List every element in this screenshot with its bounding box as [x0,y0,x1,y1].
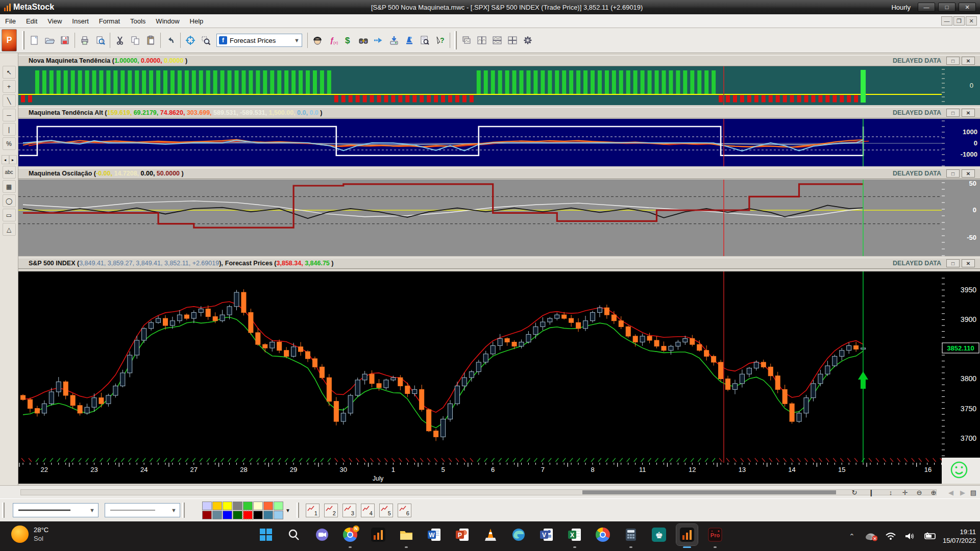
taskbar-chess-icon[interactable]: ♚ [648,524,670,545]
percent-tool-icon[interactable]: % [3,137,16,150]
child-minimize-button[interactable]: — [941,16,952,26]
taskbar-powerpoint-icon[interactable]: P [452,524,473,545]
options-gear-icon[interactable] [521,33,535,48]
crosshair-tool-icon[interactable]: + [3,80,16,93]
layout-template-2-button[interactable]: 2 [324,504,338,517]
yaxis-tendencia[interactable]: 0 [942,66,980,105]
enhanced-system-tester-icon[interactable] [402,33,416,48]
taskbar-file-explorer-icon[interactable] [396,524,417,545]
menu-tools[interactable]: Tools [125,15,151,27]
onedrive-error-icon[interactable]: ✕ [865,530,877,542]
toolbar-grip[interactable] [297,503,299,518]
menu-help[interactable]: Help [185,15,209,27]
cut-icon[interactable] [113,33,127,48]
layout-template-6-button[interactable]: 6 [398,504,411,517]
color-swatch[interactable] [223,511,232,519]
line-style-select[interactable]: ▼ [13,503,99,517]
menu-format[interactable]: Format [94,15,125,27]
single-bar-icon[interactable]: ❙ [865,487,877,498]
chart-panel-oscilacao[interactable] [18,180,942,256]
color-swatch[interactable] [274,511,283,519]
ellipse-tool-icon[interactable]: ◯ [3,194,16,207]
indicator-quicklist-select[interactable]: fForecast Prices▼ [216,34,302,47]
explorer-binoculars-icon[interactable] [356,33,371,48]
panel-restore-button[interactable]: □ [946,57,960,65]
color-swatch[interactable] [202,511,212,519]
context-help-icon[interactable]: ? [433,33,447,48]
color-swatch[interactable] [263,511,273,519]
panel-restore-button[interactable]: □ [946,259,960,267]
taskbar-start-icon[interactable] [255,524,277,545]
panel-close-button[interactable]: ✕ [962,169,975,178]
taskbar-calculator-icon[interactable] [620,524,642,545]
minimize-button[interactable]: — [918,3,935,12]
horizontal-scrollbar[interactable] [20,489,937,495]
panel-close-button[interactable]: ✕ [962,57,975,65]
color-swatch[interactable] [212,502,222,510]
zoom-box-icon[interactable] [199,33,213,48]
text-tool-icon[interactable]: abc [3,166,16,179]
taskbar-edge-icon[interactable] [508,524,529,545]
x-axis[interactable]: 2223242728293015678111213141516 [18,458,942,473]
menu-file[interactable]: File [0,15,21,27]
child-restore-button[interactable]: ❐ [953,16,965,26]
tile-horizontal-icon[interactable] [490,33,504,48]
save-chart-icon[interactable] [58,33,72,48]
color-swatch[interactable] [243,511,253,519]
power-console-button[interactable]: P [2,29,17,52]
taskbar-metastock-pro-icon[interactable]: Pro [704,524,726,545]
crosshair-icon[interactable] [183,33,198,48]
taskbar-word-icon[interactable]: W [424,524,445,545]
palette-dropdown-icon[interactable]: ▼ [285,508,290,513]
panel-restore-button[interactable]: □ [946,109,960,117]
horizontal-line-tool-icon[interactable]: ─ [3,109,16,121]
taskbar-chrome-2-icon[interactable] [592,524,614,545]
toolbar-grip[interactable] [2,503,5,518]
layout-template-5-button[interactable]: 5 [379,504,393,517]
scroll-right-icon[interactable]: ▸ [9,155,17,164]
panel-close-button[interactable]: ✕ [962,109,975,117]
menu-view[interactable]: View [42,15,67,27]
color-swatch[interactable] [233,511,242,519]
menu-window[interactable]: Window [151,15,184,27]
line-weight-select[interactable]: ▼ [105,503,180,517]
report-icon[interactable] [418,33,432,48]
color-swatch[interactable] [274,502,283,510]
toolbar-grip[interactable] [22,31,24,49]
toolbar-grip[interactable] [454,31,457,49]
zoom-out-icon[interactable]: ⊖ [913,487,925,498]
tile-vertical-icon[interactable] [475,33,489,48]
tray-chevron-up-icon[interactable]: ⌃ [846,530,858,542]
chart-panel-price[interactable] [18,271,942,458]
layout-template-3-button[interactable]: 3 [342,504,356,517]
vertical-line-tool-icon[interactable]: | [3,123,16,136]
maximize-button[interactable]: □ [938,3,955,12]
color-swatch[interactable] [233,502,242,510]
layout-template-4-button[interactable]: 4 [361,504,375,517]
pointer-tool-icon[interactable]: ↖ [3,66,16,79]
panel-restore-button[interactable]: □ [946,169,960,178]
panel-header-tendencia-alt[interactable]: Maquineta Tendência Alt (159.619, 69.217… [18,107,980,118]
copy-icon[interactable] [128,33,142,48]
open-chart-icon[interactable] [42,33,57,48]
grid-tool-icon[interactable]: ▦ [3,180,16,193]
taskbar-search-icon[interactable] [283,524,305,545]
page-back-icon[interactable]: ◀ [945,487,957,498]
taskbar-metastock-icon[interactable] [368,524,389,545]
weather-widget[interactable]: 28°C Sol [11,525,48,543]
tile-grid-icon[interactable] [505,33,520,48]
scrollbar-thumb[interactable] [582,490,836,494]
taskbar-teams-icon[interactable] [311,524,333,545]
downloader-icon[interactable] [387,33,401,48]
wifi-icon[interactable] [885,530,897,542]
color-swatch[interactable] [253,502,263,510]
battery-charging-icon[interactable] [923,530,936,542]
zoom-in-icon[interactable]: ⊕ [927,487,940,498]
child-close-button[interactable]: ✕ [966,16,977,26]
chart-panel-tendencia-alt[interactable] [18,119,942,166]
undo-icon[interactable] [163,33,178,48]
color-swatch[interactable] [202,502,212,510]
data-window-icon[interactable]: ▤ [967,487,979,498]
menu-insert[interactable]: Insert [67,15,94,27]
panel-close-button[interactable]: ✕ [962,259,975,267]
